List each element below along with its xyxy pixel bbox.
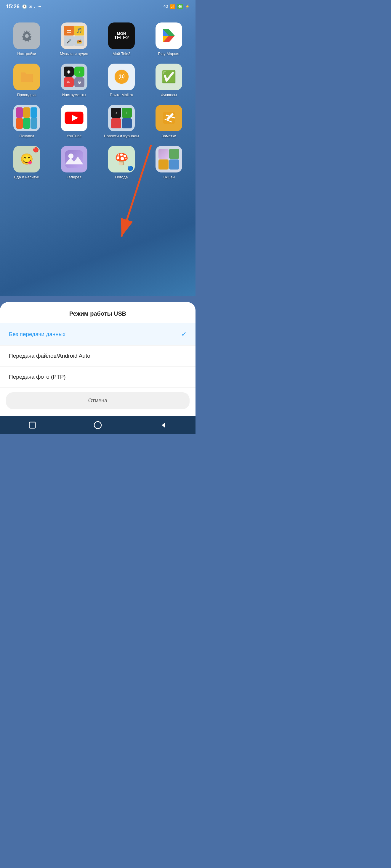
bottom-sheet: Режим работы USB Без передачи данных ✓ П… [0,302,196,416]
weather-label: Погода [115,175,128,180]
app-youtube[interactable]: YouTube [50,101,98,142]
action-cell-1 [159,149,169,159]
shop-cell-6 [30,118,37,129]
music-cell-1: ☰ [64,26,74,35]
app-action[interactable]: Экшен [145,142,193,183]
files-label: Проводник [17,93,36,98]
shop-cell-1 [16,107,23,118]
recent-icon [28,421,36,429]
home-icon [93,421,103,430]
settings-label: Настройки [17,52,36,57]
svg-point-1 [25,34,29,38]
battery-badge: 46 [177,4,184,9]
tools-grid: ◉ ↓ ✏ ⚙ [62,65,86,89]
app-mail[interactable]: @ Почта Mail.ru [98,60,145,101]
settings-icon [13,23,40,49]
app-gallery[interactable]: Галерея [50,142,98,183]
tools-cell-1: ◉ [64,67,74,76]
tele2-icon: МОЙ TELE2 [108,23,135,49]
music-grid: ☰ 🎵 🎤 📻 [62,24,86,48]
cancel-button[interactable]: Отмена [6,392,190,409]
gallery-icon [61,146,87,173]
app-weather[interactable]: 🍄 🔵 Погода [98,142,145,183]
files-icon [13,64,40,90]
option-file-transfer[interactable]: Передача файлов/Android Auto [0,345,196,367]
svg-rect-16 [65,150,83,168]
gallery-svg [64,149,84,169]
nav-recent-button[interactable] [28,421,36,429]
option-no-data[interactable]: Без передачи данных ✓ [0,323,196,345]
svg-marker-22 [162,423,165,428]
network-bars-icon: 📶 [170,4,175,9]
svg-rect-20 [29,422,35,428]
action-mini [157,147,181,171]
app-finance[interactable]: ✅ Финансы [145,60,193,101]
tiktok-icon: ♪ [34,4,36,9]
status-right: 4G 📶 46 ⚡ [164,4,190,9]
check-icon: ✓ [181,331,187,338]
svg-point-17 [68,153,74,159]
finance-icon: ✅ [156,64,182,90]
app-notes[interactable]: Заметки [145,101,193,142]
play-store-svg [160,27,178,45]
app-tele2[interactable]: МОЙ TELE2 Мой Tele2 [98,19,145,60]
nav-home-button[interactable] [93,421,103,430]
action-cell-4 [169,159,179,169]
notes-label: Заметки [162,134,176,139]
app-music[interactable]: ☰ 🎵 🎤 📻 Музыка и аудио [50,19,98,60]
music-cell-4: 📻 [74,36,84,46]
nav-back-button[interactable] [159,421,167,429]
tools-label: Инструменты [62,93,86,98]
option-ptp[interactable]: Передача фото (PTP) [0,367,196,388]
action-cell-2 [169,149,179,159]
status-time: 15:26 [6,4,20,10]
app-news[interactable]: ♪ + Новости и журналы [98,101,145,142]
app-play[interactable]: Play Маркет [145,19,193,60]
tools-cell-2: ↓ [74,67,84,76]
settings-gear-svg [19,28,35,44]
food-label: Еда и напитки [14,175,39,180]
mail-svg: @ [112,67,131,86]
svg-point-21 [94,422,101,429]
app-settings[interactable]: Настройки [3,19,50,60]
music-icon: ☰ 🎵 🎤 📻 [61,23,87,49]
news-cell-3 [111,118,121,128]
finance-label: Финансы [161,93,177,98]
folder-svg [19,69,35,85]
shop-cell-3 [30,107,37,118]
tools-cell-4: ⚙ [74,77,84,87]
svg-text:@: @ [118,72,125,80]
shopping-label: Покупки [20,134,34,139]
tools-icon: ◉ ↓ ✏ ⚙ [61,64,87,90]
app-files[interactable]: Проводник [3,60,50,101]
play-label: Play Маркет [158,52,180,57]
app-tools[interactable]: ◉ ↓ ✏ ⚙ Инструменты [50,60,98,101]
option-file-transfer-label: Передача файлов/Android Auto [9,353,90,359]
news-icon: ♪ + [108,105,135,131]
tele2-label: Мой Tele2 [113,52,130,57]
music-cell-2: 🎵 [74,26,84,35]
nav-bar [0,416,196,434]
news-cell-2: + [122,108,132,118]
app-grid: Настройки ☰ 🎵 🎤 📻 Музыка и аудио [0,13,196,189]
news-cell-4 [122,118,132,128]
shop-cell-5 [23,118,30,129]
option-no-data-label: Без передачи данных [9,331,65,338]
news-label: Новости и журналы [104,134,139,139]
cancel-label: Отмена [88,398,108,404]
sheet-title: Режим работы USB [0,302,196,323]
action-icon [156,146,182,173]
weather-icon: 🍄 🔵 [108,146,135,173]
food-icon: 😋 🔴 [13,146,40,173]
mail-label: Почта Mail.ru [110,93,133,98]
more-icon: ••• [38,4,41,8]
news-mini: ♪ + [110,106,133,130]
shopping-mini [15,106,38,130]
music-cell-3: 🎤 [64,36,74,46]
action-cell-3 [159,159,169,169]
app-shopping[interactable]: Покупки [3,101,50,142]
option-ptp-label: Передача фото (PTP) [9,374,66,380]
app-food[interactable]: 😋 🔴 Еда и напитки [3,142,50,183]
shop-cell-4 [16,118,23,129]
charging-icon: ⚡ [185,4,190,8]
